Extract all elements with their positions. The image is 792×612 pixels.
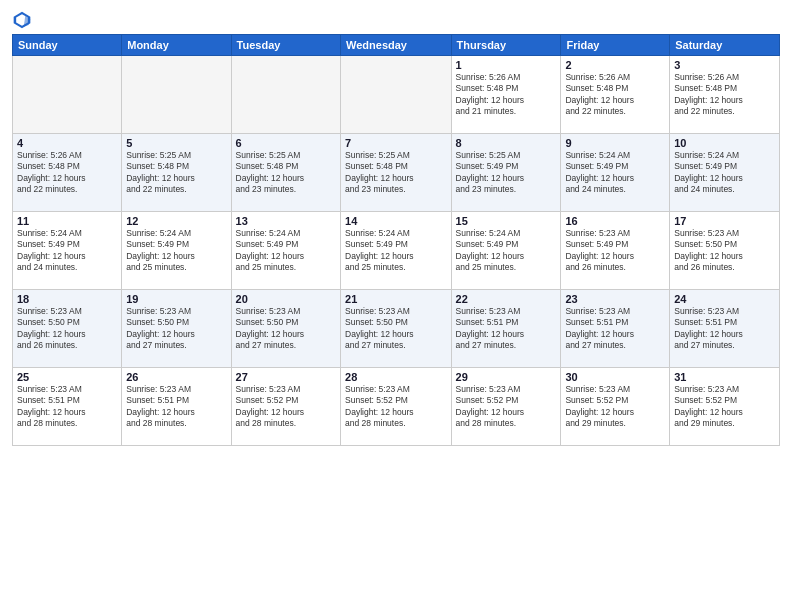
logo-icon (12, 10, 32, 30)
day-number: 23 (565, 293, 665, 305)
day-info: Sunrise: 5:23 AM Sunset: 5:51 PM Dayligh… (674, 306, 775, 352)
header (12, 10, 780, 30)
calendar-cell: 7Sunrise: 5:25 AM Sunset: 5:48 PM Daylig… (341, 134, 452, 212)
day-number: 17 (674, 215, 775, 227)
calendar-header-row: SundayMondayTuesdayWednesdayThursdayFrid… (13, 35, 780, 56)
day-number: 9 (565, 137, 665, 149)
col-header-thursday: Thursday (451, 35, 561, 56)
day-number: 30 (565, 371, 665, 383)
calendar-cell: 22Sunrise: 5:23 AM Sunset: 5:51 PM Dayli… (451, 290, 561, 368)
calendar-cell: 18Sunrise: 5:23 AM Sunset: 5:50 PM Dayli… (13, 290, 122, 368)
logo (12, 10, 36, 30)
day-info: Sunrise: 5:23 AM Sunset: 5:51 PM Dayligh… (565, 306, 665, 352)
day-number: 24 (674, 293, 775, 305)
calendar-week-row: 25Sunrise: 5:23 AM Sunset: 5:51 PM Dayli… (13, 368, 780, 446)
col-header-sunday: Sunday (13, 35, 122, 56)
day-info: Sunrise: 5:23 AM Sunset: 5:52 PM Dayligh… (565, 384, 665, 430)
calendar-week-row: 4Sunrise: 5:26 AM Sunset: 5:48 PM Daylig… (13, 134, 780, 212)
calendar-cell: 24Sunrise: 5:23 AM Sunset: 5:51 PM Dayli… (670, 290, 780, 368)
calendar-cell: 3Sunrise: 5:26 AM Sunset: 5:48 PM Daylig… (670, 56, 780, 134)
day-info: Sunrise: 5:23 AM Sunset: 5:50 PM Dayligh… (674, 228, 775, 274)
day-info: Sunrise: 5:26 AM Sunset: 5:48 PM Dayligh… (565, 72, 665, 118)
calendar-table: SundayMondayTuesdayWednesdayThursdayFrid… (12, 34, 780, 446)
day-number: 13 (236, 215, 336, 227)
day-info: Sunrise: 5:26 AM Sunset: 5:48 PM Dayligh… (456, 72, 557, 118)
day-number: 8 (456, 137, 557, 149)
day-info: Sunrise: 5:23 AM Sunset: 5:50 PM Dayligh… (236, 306, 336, 352)
calendar-cell (341, 56, 452, 134)
calendar-cell: 23Sunrise: 5:23 AM Sunset: 5:51 PM Dayli… (561, 290, 670, 368)
day-info: Sunrise: 5:23 AM Sunset: 5:50 PM Dayligh… (17, 306, 117, 352)
calendar-cell: 5Sunrise: 5:25 AM Sunset: 5:48 PM Daylig… (122, 134, 231, 212)
calendar-cell: 27Sunrise: 5:23 AM Sunset: 5:52 PM Dayli… (231, 368, 340, 446)
calendar-cell: 29Sunrise: 5:23 AM Sunset: 5:52 PM Dayli… (451, 368, 561, 446)
day-info: Sunrise: 5:23 AM Sunset: 5:52 PM Dayligh… (345, 384, 447, 430)
col-header-tuesday: Tuesday (231, 35, 340, 56)
calendar-week-row: 11Sunrise: 5:24 AM Sunset: 5:49 PM Dayli… (13, 212, 780, 290)
calendar-cell: 25Sunrise: 5:23 AM Sunset: 5:51 PM Dayli… (13, 368, 122, 446)
day-info: Sunrise: 5:25 AM Sunset: 5:48 PM Dayligh… (126, 150, 226, 196)
calendar-cell: 26Sunrise: 5:23 AM Sunset: 5:51 PM Dayli… (122, 368, 231, 446)
calendar-cell: 6Sunrise: 5:25 AM Sunset: 5:48 PM Daylig… (231, 134, 340, 212)
day-number: 16 (565, 215, 665, 227)
col-header-saturday: Saturday (670, 35, 780, 56)
calendar-cell: 2Sunrise: 5:26 AM Sunset: 5:48 PM Daylig… (561, 56, 670, 134)
day-number: 3 (674, 59, 775, 71)
day-info: Sunrise: 5:23 AM Sunset: 5:51 PM Dayligh… (17, 384, 117, 430)
day-info: Sunrise: 5:24 AM Sunset: 5:49 PM Dayligh… (674, 150, 775, 196)
day-number: 27 (236, 371, 336, 383)
calendar-cell: 13Sunrise: 5:24 AM Sunset: 5:49 PM Dayli… (231, 212, 340, 290)
calendar-cell: 1Sunrise: 5:26 AM Sunset: 5:48 PM Daylig… (451, 56, 561, 134)
day-info: Sunrise: 5:23 AM Sunset: 5:49 PM Dayligh… (565, 228, 665, 274)
calendar-cell: 19Sunrise: 5:23 AM Sunset: 5:50 PM Dayli… (122, 290, 231, 368)
day-number: 10 (674, 137, 775, 149)
day-info: Sunrise: 5:24 AM Sunset: 5:49 PM Dayligh… (565, 150, 665, 196)
calendar-cell: 20Sunrise: 5:23 AM Sunset: 5:50 PM Dayli… (231, 290, 340, 368)
day-number: 28 (345, 371, 447, 383)
day-number: 12 (126, 215, 226, 227)
day-info: Sunrise: 5:23 AM Sunset: 5:52 PM Dayligh… (674, 384, 775, 430)
day-number: 19 (126, 293, 226, 305)
calendar-cell: 14Sunrise: 5:24 AM Sunset: 5:49 PM Dayli… (341, 212, 452, 290)
day-info: Sunrise: 5:23 AM Sunset: 5:50 PM Dayligh… (345, 306, 447, 352)
day-info: Sunrise: 5:23 AM Sunset: 5:51 PM Dayligh… (456, 306, 557, 352)
day-number: 6 (236, 137, 336, 149)
calendar-cell: 15Sunrise: 5:24 AM Sunset: 5:49 PM Dayli… (451, 212, 561, 290)
calendar-cell: 8Sunrise: 5:25 AM Sunset: 5:49 PM Daylig… (451, 134, 561, 212)
calendar-cell: 31Sunrise: 5:23 AM Sunset: 5:52 PM Dayli… (670, 368, 780, 446)
calendar-cell: 28Sunrise: 5:23 AM Sunset: 5:52 PM Dayli… (341, 368, 452, 446)
calendar-cell (231, 56, 340, 134)
calendar-cell (122, 56, 231, 134)
day-info: Sunrise: 5:25 AM Sunset: 5:49 PM Dayligh… (456, 150, 557, 196)
col-header-monday: Monday (122, 35, 231, 56)
calendar-cell: 10Sunrise: 5:24 AM Sunset: 5:49 PM Dayli… (670, 134, 780, 212)
calendar-cell: 12Sunrise: 5:24 AM Sunset: 5:49 PM Dayli… (122, 212, 231, 290)
col-header-friday: Friday (561, 35, 670, 56)
calendar-cell (13, 56, 122, 134)
day-number: 15 (456, 215, 557, 227)
calendar-cell: 21Sunrise: 5:23 AM Sunset: 5:50 PM Dayli… (341, 290, 452, 368)
day-number: 2 (565, 59, 665, 71)
calendar-cell: 30Sunrise: 5:23 AM Sunset: 5:52 PM Dayli… (561, 368, 670, 446)
day-number: 25 (17, 371, 117, 383)
day-number: 22 (456, 293, 557, 305)
day-number: 14 (345, 215, 447, 227)
day-info: Sunrise: 5:24 AM Sunset: 5:49 PM Dayligh… (126, 228, 226, 274)
day-number: 1 (456, 59, 557, 71)
day-info: Sunrise: 5:23 AM Sunset: 5:52 PM Dayligh… (456, 384, 557, 430)
page-container: SundayMondayTuesdayWednesdayThursdayFrid… (0, 0, 792, 612)
calendar-week-row: 18Sunrise: 5:23 AM Sunset: 5:50 PM Dayli… (13, 290, 780, 368)
day-info: Sunrise: 5:25 AM Sunset: 5:48 PM Dayligh… (236, 150, 336, 196)
day-number: 5 (126, 137, 226, 149)
calendar-cell: 17Sunrise: 5:23 AM Sunset: 5:50 PM Dayli… (670, 212, 780, 290)
day-info: Sunrise: 5:24 AM Sunset: 5:49 PM Dayligh… (345, 228, 447, 274)
day-number: 11 (17, 215, 117, 227)
day-number: 4 (17, 137, 117, 149)
day-info: Sunrise: 5:24 AM Sunset: 5:49 PM Dayligh… (456, 228, 557, 274)
day-number: 26 (126, 371, 226, 383)
day-number: 21 (345, 293, 447, 305)
calendar-cell: 4Sunrise: 5:26 AM Sunset: 5:48 PM Daylig… (13, 134, 122, 212)
calendar-cell: 16Sunrise: 5:23 AM Sunset: 5:49 PM Dayli… (561, 212, 670, 290)
col-header-wednesday: Wednesday (341, 35, 452, 56)
day-number: 29 (456, 371, 557, 383)
